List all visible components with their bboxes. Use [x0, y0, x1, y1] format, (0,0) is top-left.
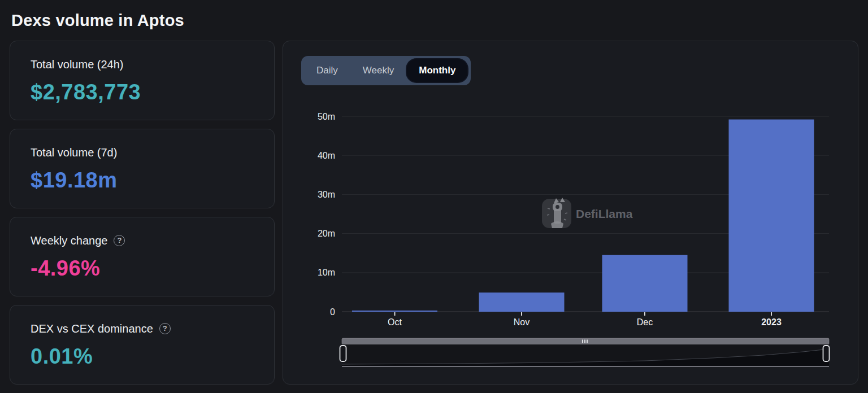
- stat-card: Weekly change?-4.96%: [10, 217, 275, 296]
- y-axis-label: 30m: [318, 190, 335, 199]
- y-axis-label: 10m: [318, 268, 335, 277]
- stat-card-label: Total volume (24h): [31, 57, 124, 72]
- x-axis: OctNovDec2023: [388, 312, 782, 327]
- bar-chart: 50m40m30m20m10m0 OctNovDec2023 DefiLlama: [283, 41, 859, 385]
- x-axis-label: Oct: [388, 317, 402, 327]
- tab-weekly[interactable]: Weekly: [351, 59, 406, 82]
- stat-cards: Total volume (24h)$2,783,773Total volume…: [10, 41, 275, 385]
- watermark-text: DefiLlama: [576, 207, 633, 220]
- help-icon[interactable]: ?: [114, 235, 125, 246]
- bar-2023[interactable]: [729, 120, 814, 312]
- y-axis-label: 0: [330, 307, 335, 317]
- brush-handle-right[interactable]: [823, 346, 830, 361]
- tab-daily[interactable]: Daily: [305, 59, 350, 82]
- y-axis-label: 20m: [318, 229, 335, 238]
- x-axis-label: 2023: [761, 317, 782, 327]
- chart-panel: DailyWeeklyMonthly 50m40m30m20m10m0 OctN…: [283, 41, 858, 385]
- stat-card-value: -4.96%: [31, 255, 254, 281]
- help-icon[interactable]: ?: [159, 323, 171, 334]
- stat-card-label: DEX vs CEX dominance: [31, 321, 153, 336]
- y-axis-label: 50m: [318, 112, 335, 121]
- stat-card: Total volume (24h)$2,783,773: [10, 41, 275, 120]
- tab-monthly[interactable]: Monthly: [407, 59, 467, 82]
- x-axis-label: Nov: [514, 317, 530, 327]
- defillama-watermark: DefiLlama: [542, 198, 633, 228]
- stat-card-label: Total volume (7d): [31, 145, 117, 160]
- brush-bottom-border: [342, 366, 829, 367]
- defillama-logo-icon: [542, 198, 571, 228]
- brush-handle-left[interactable]: [340, 346, 346, 361]
- y-axis-label: 40m: [318, 151, 335, 160]
- y-axis-labels: 50m40m30m20m10m0: [318, 112, 335, 317]
- grip-icon[interactable]: [582, 340, 588, 343]
- stat-card-value: $2,783,773: [31, 79, 254, 105]
- bar-nov[interactable]: [479, 292, 565, 312]
- stat-card: DEX vs CEX dominance?0.01%: [10, 305, 275, 385]
- stat-card-label: Weekly change: [31, 233, 107, 248]
- stat-card: Total volume (7d)$19.18m: [10, 129, 275, 208]
- x-axis-label: Dec: [637, 317, 653, 327]
- bar-dec[interactable]: [602, 255, 688, 312]
- bar-oct[interactable]: [352, 311, 437, 312]
- stat-card-value: 0.01%: [31, 343, 254, 369]
- interval-tabs: DailyWeeklyMonthly: [301, 56, 471, 85]
- page-title: Dexs volume in Aptos: [11, 11, 184, 30]
- stat-card-value: $19.18m: [31, 167, 254, 193]
- brush-range-selector: [340, 338, 830, 367]
